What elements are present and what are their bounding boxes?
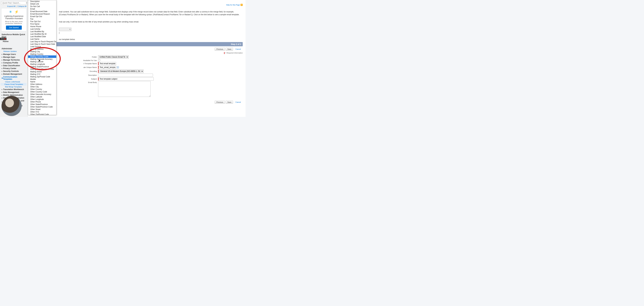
dropdown-option[interactable]: Other Zip/Postal Code [28, 113, 56, 115]
nav-mail-merge-templates[interactable]: Mail Merge Templates [1, 86, 26, 88]
internal-use-text: rnal use only. It will be listed as the … [31, 21, 243, 23]
dropdown-option[interactable]: Fax [28, 18, 56, 20]
folder-label: Folder [54, 56, 98, 58]
nav-manage-users[interactable]: ▶Manage Users [1, 53, 26, 56]
dropdown-option[interactable]: Email Opt Out [28, 15, 56, 18]
dropdown-option[interactable]: Mailing Country [28, 53, 56, 55]
dropdown-option[interactable]: Last Stay-in-Touch Save Date [28, 43, 56, 45]
cloud-icon: ✳ [9, 10, 12, 14]
dropdown-option[interactable]: Mailing Zip/Postal Code [28, 75, 56, 78]
administer-heading: Administer [2, 47, 26, 50]
dropdown-option[interactable]: Other XYZ [28, 111, 56, 113]
previous-button-bottom[interactable]: Previous [215, 101, 225, 104]
button-row-top: Previous Save Cancel [31, 48, 242, 51]
dropdown-option[interactable]: Do Not Call [28, 5, 56, 8]
nav-manage-apps[interactable]: ▶Manage Apps [1, 56, 26, 59]
cancel-button[interactable]: Cancel [234, 48, 242, 51]
dropdown-option[interactable]: Email Bounced Reason [28, 13, 56, 15]
nav-translation-workbench[interactable]: ▶Translation Workbench [1, 88, 26, 91]
mobile-quickstart-link[interactable]: Salesforce Mobile Quick Start [2, 33, 26, 38]
nav-company-profile[interactable]: ▶Company Profile [1, 61, 26, 64]
dropdown-option[interactable]: Fax Opt Out [28, 20, 56, 23]
dropdown-option[interactable]: Mailing XYZ [28, 73, 56, 75]
dropdown-option[interactable]: Other Phone [28, 101, 56, 103]
subject-input[interactable] [99, 77, 154, 80]
collapse-all-link[interactable]: Collapse All [18, 5, 26, 7]
dropdown-option[interactable]: Mobile [28, 78, 56, 80]
get-started-button[interactable]: Get Started [6, 26, 22, 30]
info-icon[interactable]: i [117, 66, 119, 68]
release-updates-link[interactable]: Release Updates [1, 50, 26, 52]
nav-manage-territories[interactable]: ▶Manage Territories [1, 59, 26, 61]
help-icon: ? [240, 4, 243, 6]
dropdown-option[interactable]: Other Street [28, 108, 56, 111]
dropdown-option[interactable]: Other Longitude [28, 98, 56, 101]
dropdown-option[interactable]: Mailing Geocode Accuracy [28, 58, 56, 60]
quick-find-input[interactable] [2, 2, 26, 4]
dropdown-option[interactable]: Email [28, 8, 56, 10]
nav-security-controls[interactable]: ▶Security Controls [1, 70, 26, 73]
dropdown-option[interactable]: Other Address [28, 83, 56, 86]
dropdown-option[interactable]: Last Name [28, 38, 56, 40]
merge-field-dropdown[interactable]: DescriptionDetail LinkDo Not CallEmailEm… [28, 0, 56, 115]
previous-button[interactable]: Previous [215, 48, 225, 51]
available-checkbox[interactable] [98, 59, 100, 61]
dropdown-option[interactable]: Other State/Province Code [28, 106, 56, 108]
nav-privacy-center[interactable]: ▶Privacy Center [1, 67, 26, 70]
nav-classic-email-templates[interactable]: Classic Email Templates [1, 83, 26, 86]
dropdown-option[interactable]: Other Country Code [28, 91, 56, 93]
dropdown-option[interactable]: Last Activity [28, 28, 56, 30]
recording-timer-badge: 8:23 [0, 38, 6, 40]
dropdown-option[interactable]: Mailing Country Code [28, 55, 56, 58]
dropdown-option[interactable]: Last Stay-in-Touch Request Date [28, 40, 56, 43]
help-for-page-link[interactable]: Help for this Page? [226, 4, 243, 6]
cancel-button-bottom[interactable]: Cancel [234, 101, 242, 104]
chevron-down-icon: ▼ [69, 29, 71, 30]
available-label: Available For Use [54, 60, 98, 61]
nav-data-classification[interactable]: ▶Data Classification [1, 64, 26, 67]
dropdown-option[interactable]: Mailing State/Province Code [28, 68, 56, 70]
dropdown-option[interactable]: Mailing City [28, 50, 56, 53]
unique-name-label: ate Unique Name [54, 66, 98, 68]
dropdown-option[interactable]: Mailing State/Province [28, 65, 56, 68]
nav-communication-templates[interactable]: ▣Communication Templates [1, 75, 26, 80]
dropdown-option[interactable]: Mailing Longitude [28, 63, 56, 65]
dropdown-option[interactable]: Email Bounced Date [28, 10, 56, 13]
dropdown-option[interactable]: Mailing Latitude [28, 60, 56, 63]
dropdown-option[interactable]: Other City [28, 86, 56, 88]
bolt-icon: ⚡ [14, 10, 19, 14]
save-button-bottom[interactable]: Save [226, 101, 233, 104]
dropdown-option[interactable]: Home Phone [28, 25, 56, 28]
dropdown-option[interactable]: Detail Link [28, 3, 56, 5]
dropdown-option[interactable]: Last Modified Date [28, 35, 56, 38]
dropdown-option[interactable]: Lead Source [28, 45, 56, 48]
dropdown-option[interactable]: Description [28, 0, 56, 3]
encoding-select[interactable]: General US & Western Europe (ISO-8859-1,… [99, 70, 144, 73]
description-input[interactable] [98, 74, 153, 77]
nav-domain-management[interactable]: ▶Domain Management [1, 73, 26, 75]
dropdown-option[interactable]: Other Geocode Accuracy [28, 93, 56, 96]
quick-find-help-icon[interactable]: ? [26, 2, 27, 4]
dropdown-option[interactable]: First Name [28, 23, 56, 25]
dropdown-option[interactable]: Other Latitude [28, 96, 56, 98]
merge-field-select-collapsed[interactable]: ▼ [59, 28, 72, 31]
quick-find-wrap[interactable]: ? 🔍 [1, 1, 26, 5]
dropdown-option[interactable]: Last Modified By [28, 30, 56, 33]
dropdown-option[interactable]: Mailing Address [28, 48, 56, 50]
save-button[interactable]: Save [226, 48, 233, 51]
unique-name-input[interactable] [99, 66, 116, 69]
home-heading: Home [3, 40, 8, 43]
folder-select[interactable]: Unfiled Public Classic Email Templates [98, 55, 129, 59]
dropdown-option[interactable]: Last Modified By ID [28, 33, 56, 35]
expand-all-link[interactable]: Expand All [7, 5, 16, 7]
dropdown-option[interactable]: Mailing Street [28, 70, 56, 73]
main-content: Help for this Page? mail content. You ca… [28, 0, 246, 117]
dropdown-option[interactable]: Other State/Province [28, 103, 56, 106]
dropdown-option[interactable]: Other Country [28, 88, 56, 91]
template-name-input[interactable] [99, 62, 116, 65]
email-body-textarea[interactable] [98, 81, 150, 97]
nav-classic-letterheads[interactable]: Classic Letterheads [1, 81, 26, 83]
dropdown-option[interactable]: Name [28, 80, 56, 83]
nav-data-management[interactable]: ▶Data Management [1, 91, 26, 94]
merge-brace-stub: } [59, 32, 243, 34]
